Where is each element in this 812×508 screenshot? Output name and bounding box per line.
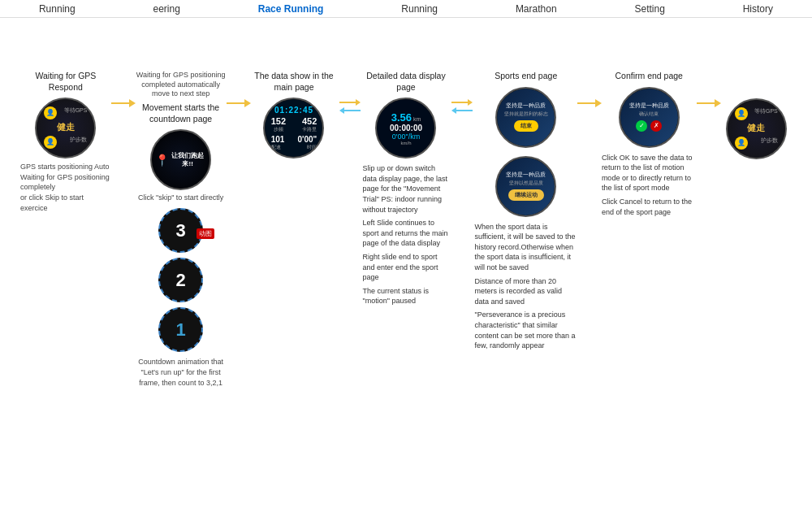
arrow-3 — [337, 71, 362, 114]
main-content: Waiting for GPS Respond 👤 等待GPS 健走 👤 护步数… — [0, 18, 812, 508]
nav-running1[interactable]: Running — [32, 3, 82, 15]
final-user-icon-top: 👤 — [735, 107, 748, 120]
continue-btn[interactable]: 继续运动 — [508, 189, 544, 201]
watch-sports-end: 坚持是一种品质 坚持就是胜利的标志 结束 — [495, 87, 556, 148]
final-user-icon-bottom: 👤 — [735, 137, 748, 150]
nav-running2[interactable]: Running — [395, 3, 444, 15]
confirm-screen: 坚持是一种品质 确认结束 ✓ ✗ — [620, 89, 678, 146]
arrow-1 — [111, 71, 136, 107]
sports-end-btn[interactable]: 结束 — [514, 120, 538, 132]
watch-detail: 3.56 km 00:00:00 0'00"/km km/h — [375, 98, 436, 158]
top-nav: Running eering Race Running Running Mara… — [0, 0, 812, 18]
data-val1: 152步频 — [271, 116, 286, 133]
countdown-screen: 📍 让我们跑起来!! — [152, 131, 209, 189]
sports-end-brand2: 坚持是一种品质 — [506, 172, 546, 178]
dong-badge: 动图 — [197, 228, 214, 239]
detail-dist: 3.56 — [391, 111, 412, 124]
nav-setting[interactable]: Setting — [628, 3, 671, 15]
countdown-annotation: Waiting for GPS positioning completed au… — [136, 71, 226, 99]
detail-extra: km/h — [400, 141, 411, 145]
detail-time: 00:00:00 — [390, 124, 422, 132]
location-icon: 📍 — [155, 154, 169, 167]
sports-end-screen: 坚持是一种品质 坚持就是胜利的标志 结束 — [497, 89, 555, 146]
detail-unit: km — [413, 116, 421, 122]
watch-data-main: 01:22:45 152步频 452卡路里 101配速 0'00"时间 — [263, 98, 324, 158]
nav-race-running[interactable]: Race Running — [252, 3, 330, 15]
confirm-buttons: ✓ ✗ — [636, 120, 662, 132]
confirm-brand: 坚持是一种品质 — [629, 102, 669, 109]
final-activity: 健走 — [747, 122, 765, 134]
nav-history[interactable]: History — [736, 3, 780, 15]
sports-end-sub2: 坚持以然是品质 — [509, 180, 543, 187]
gps-label: 等待GPS — [64, 106, 88, 119]
data-screen: 01:22:45 152步频 452卡路里 101配速 0'00"时间 — [265, 99, 322, 157]
nav-eering[interactable]: eering — [147, 3, 187, 15]
watch-sports-end2: 坚持是一种品质 坚持以然是品质 继续运动 — [495, 156, 556, 217]
arrow-5 — [577, 71, 602, 107]
data-main-title: The data show in the main page — [251, 71, 338, 93]
final-bottom-label: 护步数 — [761, 137, 778, 150]
end-watch-screen: 👤 等待GPS 健走 👤 护步数 — [728, 100, 785, 158]
data-time: 01:22:45 — [274, 106, 313, 115]
section-confirm: Confirm end page 坚持是一种品质 确认结束 ✓ ✗ Click … — [602, 71, 697, 217]
watch-final: 👤 等待GPS 健走 👤 护步数 — [726, 98, 787, 159]
count-2: 2 — [158, 258, 203, 302]
countdown-title: Movement starts the countdown page — [136, 102, 227, 124]
sports-end-title: Sports end page — [495, 71, 557, 82]
user-icon-top: 👤 — [44, 106, 57, 119]
arrow-6 — [697, 71, 721, 107]
countdown-text: 让我们跑起来!! — [169, 152, 206, 167]
countdown-circles-wrapper: 3 动图 2 1 — [158, 208, 203, 352]
watch-confirm: 坚持是一种品质 确认结束 ✓ ✗ — [619, 87, 680, 148]
watch-countdown: 📍 让我们跑起来!! — [150, 129, 211, 190]
section-countdown: Waiting for GPS positioning completed au… — [136, 71, 227, 388]
detail-title: Detailed data display page — [363, 71, 450, 93]
section-gps-title: Waiting for GPS Respond — [20, 71, 111, 93]
arrow-4 — [449, 71, 474, 114]
pace-val: 101配速 — [271, 135, 285, 151]
count-1: 1 — [158, 307, 203, 352]
gps-bottom-label: 护步数 — [70, 136, 87, 149]
user-icon-bottom: 👤 — [44, 136, 57, 149]
final-top-label: 等待GPS — [754, 107, 778, 120]
confirm-sub: 确认结束 — [639, 111, 659, 118]
sports-end-sub: 坚持就是胜利的标志 — [504, 111, 548, 118]
gps-screen: 👤 等待GPS 健走 👤 护步数 — [37, 99, 94, 157]
cancel-button[interactable]: ✗ — [650, 120, 662, 132]
nav-marathon[interactable]: Marathon — [509, 3, 564, 15]
detail-screen: 3.56 km 00:00:00 0'00"/km km/h — [377, 99, 434, 157]
sports-end-desc: When the sport data is sufficient, it wi… — [475, 222, 577, 351]
detail-desc: Slip up or down switch data display page… — [363, 163, 450, 306]
section-data-main: The data show in the main page 01:22:45 … — [251, 71, 338, 158]
countdown-desc: Countdown animation that "Let's run up" … — [136, 357, 226, 388]
section-sports-end: Sports end page 坚持是一种品质 坚持就是胜利的标志 结束 坚持是… — [475, 71, 577, 351]
sports-end-screen2: 坚持是一种品质 坚持以然是品质 继续运动 — [497, 158, 555, 215]
watch-gps: 👤 等待GPS 健走 👤 护步数 — [35, 98, 96, 158]
confirm-desc: Click OK to save the data to return to t… — [602, 153, 697, 218]
detail-pace: 0'00"/km — [392, 132, 420, 141]
time-val: 0'00"时间 — [298, 135, 317, 151]
flow-diagram: Waiting for GPS Respond 👤 等待GPS 健走 👤 护步数… — [16, 71, 796, 388]
arrow-2 — [227, 71, 251, 107]
confirm-title: Confirm end page — [615, 71, 682, 82]
ok-button[interactable]: ✓ — [636, 120, 647, 132]
sports-end-brand: 坚持是一种品质 — [506, 102, 546, 109]
section-detail: Detailed data display page 3.56 km 00:00… — [363, 71, 450, 306]
data-val3: 452卡路里 — [302, 116, 317, 133]
gps-desc: GPS starts positioning Auto Waiting for … — [20, 162, 111, 213]
section-final: 👤 等待GPS 健走 👤 护步数 — [721, 71, 792, 159]
section-gps: Waiting for GPS Respond 👤 等待GPS 健走 👤 护步数… — [20, 71, 111, 213]
gps-activity: 健走 — [57, 121, 75, 133]
skip-note: Click "skip" to start directly — [138, 193, 223, 202]
